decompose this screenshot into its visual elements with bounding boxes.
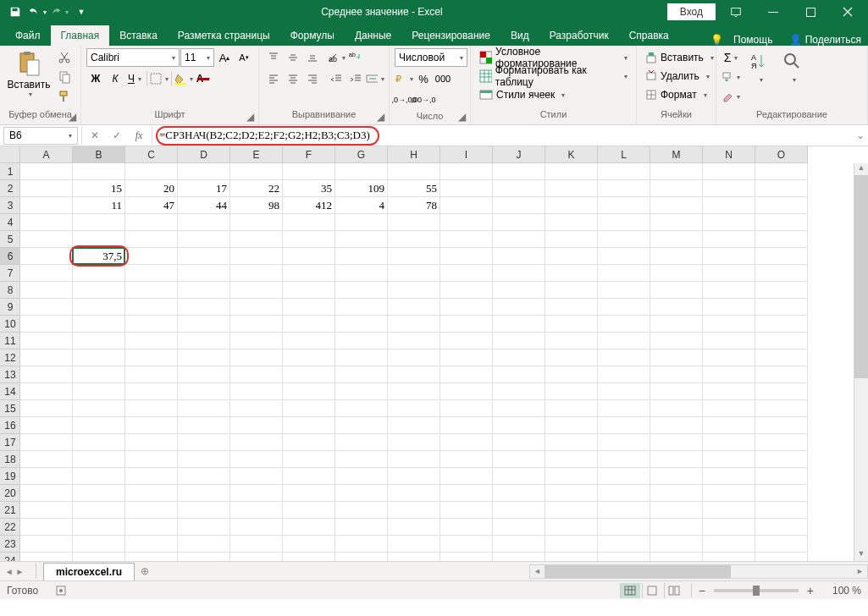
cell-I7[interactable]	[440, 265, 493, 282]
cell-L16[interactable]	[598, 417, 650, 434]
borders-icon[interactable]: ▾	[150, 69, 169, 88]
italic-button[interactable]: К	[106, 69, 124, 88]
cell-C12[interactable]	[125, 349, 178, 366]
row-header-5[interactable]: 5	[0, 231, 20, 248]
cell-G20[interactable]	[335, 485, 388, 502]
cell-C22[interactable]	[125, 519, 178, 536]
cell-L23[interactable]	[598, 536, 650, 553]
cell-B14[interactable]	[73, 383, 125, 400]
cell-O11[interactable]	[755, 333, 808, 349]
cell-L5[interactable]	[598, 231, 650, 248]
cell-F19[interactable]	[283, 468, 335, 485]
row-header-20[interactable]: 20	[0, 485, 20, 502]
cell-J13[interactable]	[493, 366, 545, 383]
cell-N15[interactable]	[703, 400, 755, 417]
cell-A21[interactable]	[20, 502, 73, 519]
cell-O16[interactable]	[755, 417, 808, 434]
orientation-icon[interactable]: ab▾	[327, 48, 346, 67]
cell-L11[interactable]	[598, 333, 650, 349]
cell-N1[interactable]	[703, 163, 755, 180]
cell-B15[interactable]	[73, 400, 125, 417]
row-header-1[interactable]: 1	[0, 163, 20, 180]
cell-M20[interactable]	[650, 485, 703, 502]
cell-H5[interactable]	[388, 231, 440, 248]
cell-M18[interactable]	[650, 451, 703, 468]
find-select-icon[interactable]	[779, 48, 806, 75]
cell-H13[interactable]	[388, 366, 440, 383]
cell-G24[interactable]	[335, 553, 388, 561]
decrease-indent-icon[interactable]	[327, 69, 346, 88]
cell-H7[interactable]	[388, 265, 440, 282]
cell-F20[interactable]	[283, 485, 335, 502]
cell-L19[interactable]	[598, 468, 650, 485]
cell-M17[interactable]	[650, 434, 703, 451]
cell-D23[interactable]	[178, 536, 230, 553]
cell-M2[interactable]	[650, 180, 703, 197]
cell-M6[interactable]	[650, 248, 703, 265]
increase-indent-icon[interactable]	[346, 69, 365, 88]
cell-K9[interactable]	[545, 299, 598, 316]
cell-D3[interactable]: 44	[178, 197, 230, 214]
name-box[interactable]: B6▾	[3, 127, 78, 145]
cell-H6[interactable]	[388, 248, 440, 265]
align-bottom-icon[interactable]	[303, 48, 322, 67]
cell-O3[interactable]	[755, 197, 808, 214]
col-header-B[interactable]: B	[73, 146, 125, 163]
cell-N19[interactable]	[703, 468, 755, 485]
col-header-C[interactable]: C	[125, 146, 178, 163]
cell-K20[interactable]	[545, 485, 598, 502]
cell-D13[interactable]	[178, 366, 230, 383]
cell-A10[interactable]	[20, 316, 73, 333]
format-table-button[interactable]: Форматировать как таблицу▾	[476, 67, 631, 85]
maximize-icon[interactable]	[793, 1, 827, 23]
cell-C3[interactable]: 47	[125, 197, 178, 214]
cell-E7[interactable]	[230, 265, 283, 282]
cell-H9[interactable]	[388, 299, 440, 316]
cell-B8[interactable]	[73, 282, 125, 299]
cell-H2[interactable]: 55	[388, 180, 440, 197]
cell-G16[interactable]	[335, 417, 388, 434]
cell-N24[interactable]	[703, 553, 755, 561]
cell-N6[interactable]	[703, 248, 755, 265]
increase-font-icon[interactable]: A▴	[215, 48, 234, 67]
cell-D8[interactable]	[178, 282, 230, 299]
cell-F22[interactable]	[283, 519, 335, 536]
cell-N10[interactable]	[703, 316, 755, 333]
cell-F10[interactable]	[283, 316, 335, 333]
cell-I20[interactable]	[440, 485, 493, 502]
cell-D1[interactable]	[178, 163, 230, 180]
cell-E15[interactable]	[230, 400, 283, 417]
cell-A18[interactable]	[20, 451, 73, 468]
cell-B19[interactable]	[73, 468, 125, 485]
zoom-in-icon[interactable]: +	[807, 584, 814, 597]
cell-A17[interactable]	[20, 434, 73, 451]
row-header-10[interactable]: 10	[0, 316, 20, 333]
cell-O21[interactable]	[755, 502, 808, 519]
cell-N2[interactable]	[703, 180, 755, 197]
cell-H1[interactable]	[388, 163, 440, 180]
cell-B4[interactable]	[73, 214, 125, 231]
cell-H8[interactable]	[388, 282, 440, 299]
cell-G18[interactable]	[335, 451, 388, 468]
col-header-M[interactable]: M	[650, 146, 703, 163]
number-format-select[interactable]: Числовой▾	[395, 48, 467, 67]
cell-C20[interactable]	[125, 485, 178, 502]
formula-enter-icon[interactable]: ✓	[106, 127, 128, 145]
cell-E4[interactable]	[230, 214, 283, 231]
cell-K5[interactable]	[545, 231, 598, 248]
cell-L9[interactable]	[598, 299, 650, 316]
cell-M16[interactable]	[650, 417, 703, 434]
tab-file[interactable]: Файл	[5, 25, 51, 46]
cells-area[interactable]: 1520172235109551147449841247837,5	[20, 163, 868, 561]
cell-H24[interactable]	[388, 553, 440, 561]
cell-K13[interactable]	[545, 366, 598, 383]
insert-function-icon[interactable]: fx	[128, 127, 150, 145]
row-header-14[interactable]: 14	[0, 383, 20, 400]
cell-F17[interactable]	[283, 434, 335, 451]
cell-I17[interactable]	[440, 434, 493, 451]
cell-H15[interactable]	[388, 400, 440, 417]
bold-button[interactable]: Ж	[86, 69, 105, 88]
sheet-nav[interactable]: ◄ ►	[0, 567, 29, 576]
cell-C24[interactable]	[125, 553, 178, 561]
cell-E10[interactable]	[230, 316, 283, 333]
